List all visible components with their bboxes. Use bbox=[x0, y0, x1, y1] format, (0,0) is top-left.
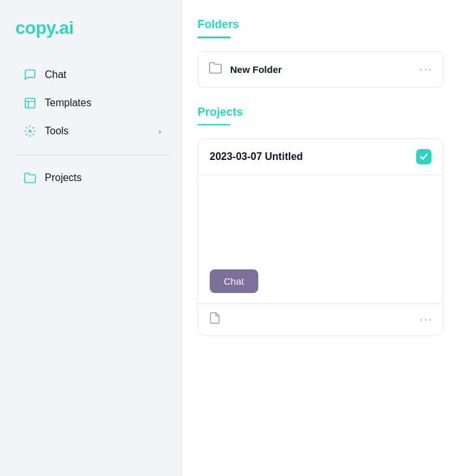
svg-rect-0 bbox=[26, 99, 35, 108]
logo: copy.ai bbox=[15, 18, 169, 38]
logo-text-after: ai bbox=[59, 18, 74, 38]
new-folder-item[interactable]: New Folder ··· bbox=[198, 51, 444, 88]
project-title: 2023-03-07 Untitled bbox=[210, 151, 303, 163]
folder-icon bbox=[208, 61, 222, 78]
projects-icon bbox=[23, 171, 37, 185]
project-checkbox[interactable] bbox=[416, 149, 432, 164]
templates-icon bbox=[23, 96, 37, 110]
tools-chevron-icon: › bbox=[159, 127, 161, 136]
project-card: 2023-03-07 Untitled Chat ··· bbox=[198, 138, 444, 336]
logo-text-before: copy bbox=[15, 18, 54, 38]
logo-dot: . bbox=[54, 18, 59, 38]
project-header: 2023-03-07 Untitled bbox=[198, 139, 443, 175]
sidebar-item-tools-label: Tools bbox=[45, 125, 68, 137]
project-more-icon[interactable]: ··· bbox=[419, 313, 433, 326]
project-body: Chat bbox=[198, 175, 443, 303]
sidebar-item-templates[interactable]: Templates bbox=[15, 90, 169, 116]
folders-section-title: Folders bbox=[198, 18, 444, 31]
sidebar-item-tools[interactable]: Tools › bbox=[15, 118, 169, 145]
sidebar-item-projects[interactable]: Projects bbox=[15, 164, 169, 191]
folder-name: New Folder bbox=[230, 64, 412, 75]
sidebar-item-chat[interactable]: Chat bbox=[15, 61, 169, 88]
folders-section-underline bbox=[198, 36, 231, 38]
projects-section-title: Projects bbox=[198, 106, 444, 119]
sidebar: copy.ai Chat Templates bbox=[0, 0, 182, 476]
projects-section-underline bbox=[198, 124, 231, 126]
folder-more-icon[interactable]: ··· bbox=[419, 63, 433, 76]
document-icon bbox=[208, 312, 221, 328]
tools-icon bbox=[23, 124, 37, 138]
sidebar-item-templates-label: Templates bbox=[45, 97, 91, 109]
sidebar-item-projects-label: Projects bbox=[45, 172, 82, 184]
main-content: Folders New Folder ··· Projects 2023-03-… bbox=[182, 0, 459, 476]
folders-section: Folders New Folder ··· bbox=[198, 18, 444, 88]
projects-section: Projects 2023-03-07 Untitled Chat bbox=[198, 106, 444, 337]
sidebar-item-chat-label: Chat bbox=[45, 69, 66, 81]
project-footer: ··· bbox=[198, 303, 443, 335]
chat-button[interactable]: Chat bbox=[210, 269, 258, 293]
svg-point-3 bbox=[29, 130, 31, 132]
chat-icon bbox=[23, 68, 37, 82]
nav-divider bbox=[15, 155, 169, 155]
main-nav: Chat Templates Tools › bbox=[15, 61, 169, 146]
